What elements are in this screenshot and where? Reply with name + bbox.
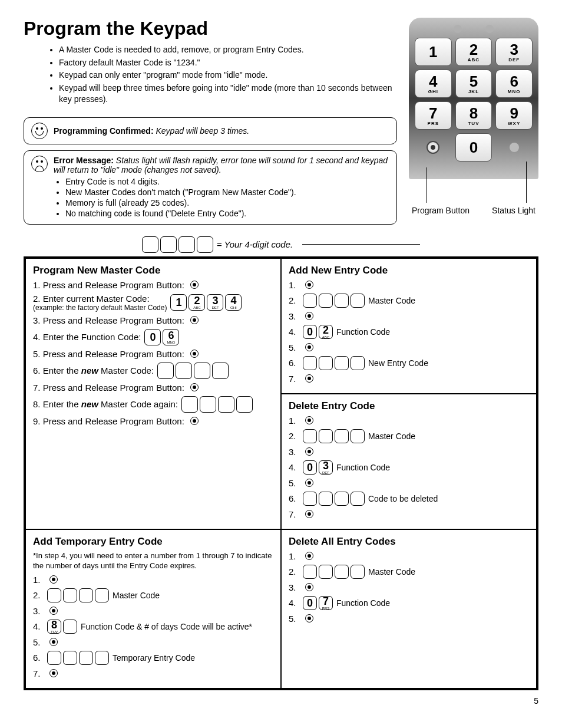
- error-box: Error Message: Status light will flash r…: [24, 150, 397, 225]
- new-master-cell: Program New Master Code 1. Press and Rel…: [25, 258, 281, 529]
- status-light-icon: [510, 143, 519, 152]
- delete-entry-cell: Delete Entry Code 1. 2. Master Code 3. 4…: [281, 394, 537, 529]
- temp-entry-cell: Add Temporary Entry Code *In step 4, you…: [25, 529, 281, 689]
- delete-all-cell: Delete All Entry Codes 1. 2. Master Code…: [281, 529, 537, 689]
- keypad-illustration: 1 2ABC 3DEF 4GHI 5JKL 6MNO 7PRS 8TUV 9WX…: [409, 18, 538, 179]
- add-entry-cell: Add New Entry Code 1. 2. Master Code 3. …: [281, 258, 537, 394]
- legend-text: = Your 4-digit code.: [217, 239, 293, 249]
- procedures-grid: Program New Master Code 1. Press and Rel…: [24, 256, 538, 690]
- program-button-icon: [427, 141, 439, 154]
- confirm-box: Programming Confirmed: Keypad will beep …: [24, 117, 397, 144]
- smile-icon: [31, 123, 48, 139]
- frown-icon: [31, 156, 48, 172]
- page-title: Program the Keypad: [24, 18, 397, 39]
- page-number: 5: [24, 696, 538, 706]
- keypad-label-row: Program Button Status Light: [409, 206, 538, 215]
- intro-list: A Master Code is needed to add, remove, …: [35, 44, 397, 106]
- legend-row: = Your 4-digit code.: [24, 236, 538, 253]
- program-button-icon: [190, 281, 199, 289]
